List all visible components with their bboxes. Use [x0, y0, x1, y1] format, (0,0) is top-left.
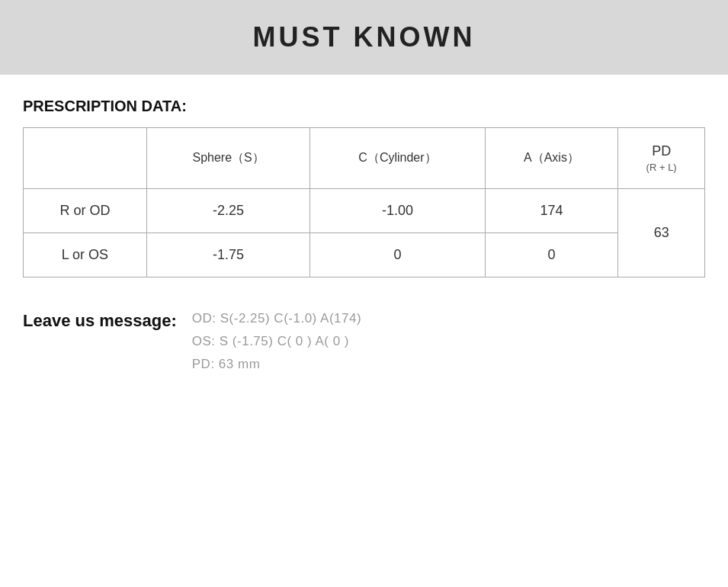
header-bar: MUST KNOWN [0, 0, 728, 75]
od-axis: 174 [485, 189, 618, 233]
message-line-os: OS: S (-1.75) C( 0 ) A( 0 ) [192, 334, 361, 349]
pd-main-label: PD [626, 142, 697, 161]
os-sphere: -1.75 [146, 233, 309, 277]
col-header-pd: PD (R + L) [618, 128, 705, 189]
table-header-row: Sphere（S） C（Cylinder） A（Axis） PD (R + L) [24, 128, 705, 189]
od-sphere: -2.25 [146, 189, 309, 233]
message-lines: OD: S(-2.25) C(-1.0) A(174) OS: S (-1.75… [192, 308, 361, 372]
table-row: R or OD -2.25 -1.00 174 63 [24, 189, 705, 233]
pd-sub-label: (R + L) [626, 161, 697, 175]
section-label: PRESCRIPTION DATA: [23, 98, 705, 115]
col-header-axis: A（Axis） [485, 128, 618, 189]
prescription-table: Sphere（S） C（Cylinder） A（Axis） PD (R + L)… [23, 127, 705, 277]
od-cylinder: -1.00 [310, 189, 485, 233]
col-header-sphere: Sphere（S） [146, 128, 309, 189]
row-label-od: R or OD [24, 189, 147, 233]
leave-message-section: Leave us message: OD: S(-2.25) C(-1.0) A… [23, 308, 705, 372]
message-line-od: OD: S(-2.25) C(-1.0) A(174) [192, 311, 361, 326]
col-header-cylinder: C（Cylinder） [310, 128, 485, 189]
pd-value: 63 [618, 189, 705, 277]
os-cylinder: 0 [310, 233, 485, 277]
row-label-os: L or OS [24, 233, 147, 277]
table-row: L or OS -1.75 0 0 [24, 233, 705, 277]
os-axis: 0 [485, 233, 618, 277]
col-header-empty [24, 128, 147, 189]
content-area: PRESCRIPTION DATA: Sphere（S） C（Cylinder）… [0, 98, 728, 395]
page-title: MUST KNOWN [15, 21, 713, 53]
message-line-pd: PD: 63 mm [192, 357, 361, 372]
leave-message-label: Leave us message: [23, 308, 177, 331]
